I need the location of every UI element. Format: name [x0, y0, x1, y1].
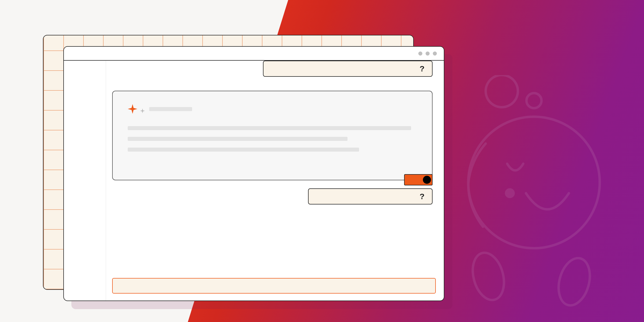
svg-point-4	[554, 255, 595, 309]
response-line-skeleton	[128, 148, 359, 152]
sparkle-icon	[128, 104, 137, 114]
response-title-skeleton	[149, 107, 192, 111]
user-question-bubble: ?	[263, 61, 433, 77]
svg-point-2	[506, 189, 514, 197]
question-mark: ?	[420, 192, 425, 201]
toggle-switch[interactable]	[404, 174, 433, 185]
window-control-dot[interactable]	[426, 52, 430, 56]
svg-point-0	[526, 93, 541, 108]
ai-response-card	[112, 91, 433, 180]
response-line-skeleton	[128, 137, 347, 141]
window-control-dot[interactable]	[433, 52, 437, 56]
browser-window: ? ?	[63, 46, 444, 301]
window-control-dot[interactable]	[418, 52, 422, 56]
svg-point-3	[468, 249, 509, 303]
robot-illustration	[448, 75, 620, 317]
window-titlebar	[64, 47, 444, 61]
response-line-skeleton	[128, 126, 411, 130]
sparkle-small-icon	[140, 108, 145, 113]
user-question-bubble: ?	[308, 188, 433, 204]
chat-input-bar[interactable]	[112, 278, 436, 294]
toggle-knob	[423, 176, 431, 184]
question-mark: ?	[420, 64, 425, 73]
svg-point-1	[468, 117, 600, 248]
sidebar	[64, 61, 106, 301]
ai-response-header	[128, 104, 417, 114]
